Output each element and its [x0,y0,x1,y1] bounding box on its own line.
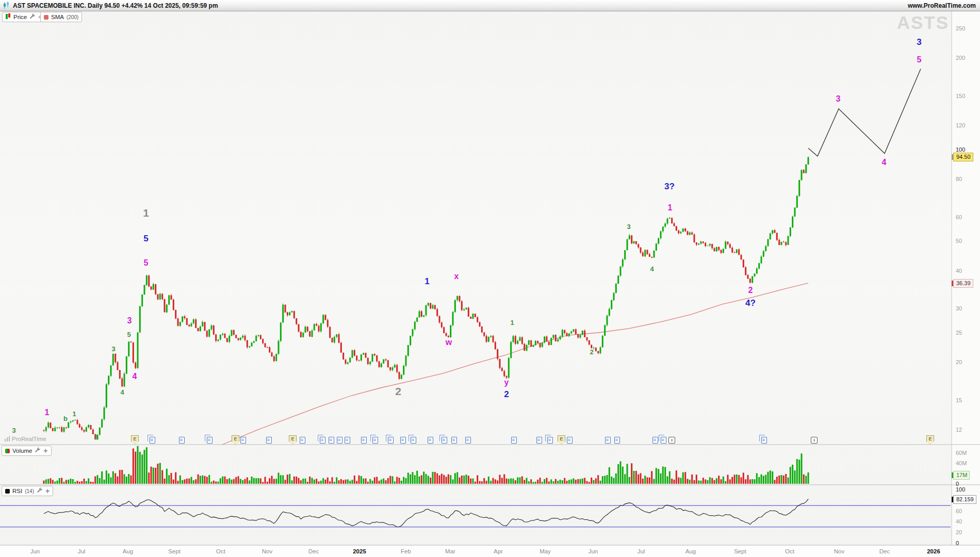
time-axis-label: Aug [123,548,133,554]
wave-label[interactable]: 4 [650,265,654,273]
wave-label[interactable]: 2 [590,348,593,356]
price-candle-icon [6,13,11,21]
price-axis-tick: 80 [956,176,962,182]
news-event-icon[interactable] [614,437,620,444]
wave-label[interactable]: 1 [72,410,76,418]
price-axis-tick: 200 [956,55,965,61]
wave-label[interactable]: 1 [424,276,429,287]
time-axis-label: Dec [308,548,319,554]
wave-label[interactable]: 3? [664,182,675,192]
wave-label[interactable]: 3 [627,223,630,231]
wave-label[interactable]: 4? [745,298,756,308]
chart-canvas[interactable] [0,0,980,557]
candle-bodies-down [43,170,805,440]
news-event-icon[interactable] [345,437,350,444]
wave-label[interactable]: 4 [133,372,137,381]
prorealtime-watermark: ProRealTime [4,436,46,442]
news-event-icon[interactable] [207,437,213,444]
news-event-icon[interactable] [320,437,325,444]
wave-label[interactable]: 4 [882,158,887,167]
add-indicator-icon[interactable]: + [45,488,50,494]
news-event-icon[interactable] [300,437,305,444]
price-indicator-chip[interactable]: Price + [2,12,46,22]
wave-label[interactable]: b [63,415,68,422]
candle-wicks-down [44,169,804,440]
wave-label[interactable]: 2 [748,286,753,295]
wrench-icon[interactable] [37,487,43,495]
wave-label[interactable]: 2 [395,385,401,398]
sma-200-line [222,283,808,445]
wave-label[interactable]: 2 [94,433,97,441]
news-event-icon[interactable] [451,437,457,444]
time-axis-label: Mar [445,548,455,554]
news-event-icon[interactable] [266,437,272,444]
wrench-icon[interactable] [29,13,36,21]
news-event-icon[interactable] [465,437,471,444]
time-axis-label: Oct [216,548,225,554]
wave-label[interactable]: 3 [127,316,132,325]
wave-label[interactable]: 3 [917,37,921,47]
volume-bars-up [45,446,809,484]
wave-label[interactable]: x [454,272,459,281]
news-event-icon[interactable] [442,437,447,444]
add-indicator-icon[interactable]: + [43,448,47,453]
volume-indicator-chip[interactable]: Volume + [2,446,52,456]
news-event-icon[interactable] [605,437,611,444]
time-axis-label: Jul [78,548,86,554]
wrench-icon[interactable] [35,447,41,454]
prorealtime-window: AST SPACEMOBILE INC. Daily 94.50 +4.42% … [0,0,980,557]
candlestick-icon [3,2,10,9]
time-axis-label: Apr [494,548,503,554]
news-event-icon[interactable] [536,437,542,444]
price-axis-tick: 120 [956,122,965,128]
news-event-icon[interactable] [240,437,246,444]
wave-label[interactable]: 3 [111,345,115,353]
wave-label[interactable]: 5 [127,331,130,338]
time-axis-label: 2025 [353,548,366,554]
wave-label[interactable]: 1 [143,207,149,219]
news-event-icon[interactable] [761,437,767,444]
candle-bodies-up [45,157,809,439]
news-event-icon[interactable] [337,437,342,444]
info-event-icon[interactable]: i [668,437,675,444]
rsi-indicator-chip[interactable]: RSI (14) + [2,486,53,496]
sma-chip-param: (200) [67,14,78,20]
wave-label[interactable]: 1 [45,408,50,417]
wave-label[interactable]: 4 [120,388,124,396]
news-event-icon[interactable] [547,437,553,444]
price-axis-tick: 30 [956,305,962,312]
title-bar: AST SPACEMOBILE INC. Daily 94.50 +4.42% … [0,0,980,11]
wave-label[interactable]: 3 [12,427,15,434]
wave-label[interactable]: y [504,378,509,387]
news-event-icon[interactable] [652,437,658,444]
news-event-icon[interactable] [511,437,517,444]
prorealtime-url: www.ProRealTime.com [908,2,976,9]
wave-label[interactable]: 1 [510,319,514,326]
price-axis-tick: 50 [956,238,962,244]
news-event-icon[interactable] [372,437,378,444]
news-event-icon[interactable] [661,437,666,444]
wave-label[interactable]: 3 [836,94,841,104]
time-axis-label: Nov [262,548,272,554]
sma-indicator-chip[interactable]: SMA (200) [40,12,82,22]
wave-label[interactable]: 5 [917,55,922,64]
price-axis-tick: 250 [956,25,965,31]
sma-value-label: 36.39 [953,279,973,288]
wave-label[interactable]: 5 [143,234,148,244]
news-event-icon[interactable] [361,437,367,444]
info-event-icon[interactable]: i [811,437,818,444]
news-event-icon[interactable] [428,437,433,444]
news-event-icon[interactable] [567,437,573,444]
rsi-axis-tick: 60 [956,508,962,514]
news-event-icon[interactable] [411,437,416,444]
wave-label[interactable]: 2 [504,389,509,400]
wave-label[interactable]: 1 [668,203,673,212]
news-event-icon[interactable] [400,437,406,444]
wave-label[interactable]: 5 [144,258,149,268]
price-axis-tick: 15 [956,397,962,403]
news-event-icon[interactable] [329,437,334,444]
news-event-icon[interactable] [179,437,185,444]
news-event-icon[interactable] [388,437,394,444]
news-event-icon[interactable] [150,437,155,444]
wave-label[interactable]: w [446,338,452,347]
